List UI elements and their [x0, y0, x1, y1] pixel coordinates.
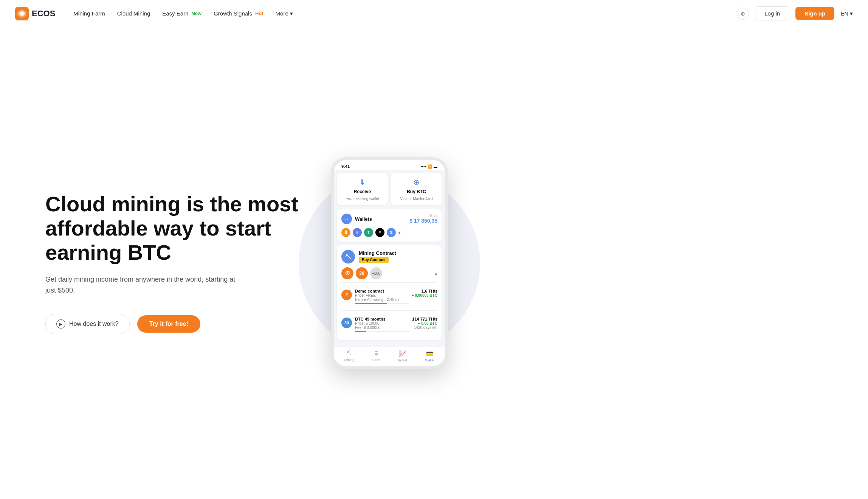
coin-eth: Ξ [353, 228, 362, 237]
hero-section: Cloud mining is the most affordable way … [0, 27, 868, 499]
receive-icon: ⬇ [359, 178, 366, 187]
mining-contract-title: Mining Contract [359, 250, 396, 256]
buy-btc-icon: ⊕ [413, 178, 420, 187]
nav-easy-earn[interactable]: Easy Earn New [162, 10, 202, 17]
wallets-section: ↔ Wallets Total $ 17 850,35 ₿ Ξ T ✕ $ [337, 209, 442, 242]
demo-contract-item: ⏱ Demo contract Price: FREE Before Activ… [341, 286, 437, 307]
demo-contract-ths: 1,6 TH/s [412, 289, 437, 293]
nav-growth-signals[interactable]: Growth Signals Hot [214, 10, 263, 17]
divider-2 [341, 310, 437, 311]
nav-right: ⊕ Log in Sign up EN ▾ [737, 6, 853, 20]
demo-contract-before: Before Activating: 2:45:57 [355, 298, 409, 302]
contract-count-30: 30 [356, 267, 368, 279]
coin-btc: ₿ [341, 228, 350, 237]
btc-contract-fee: Fee: $ 0.00000 [355, 325, 409, 330]
demo-contract-icon: ⏱ [341, 290, 352, 300]
coin-xrp: ✕ [375, 228, 384, 237]
coin-usdt: T [364, 228, 373, 237]
btc-contract-icon: 30 [341, 318, 352, 328]
how-it-works-button[interactable]: ▶ How does it work? [45, 314, 130, 334]
nav-links: Mining Farm Cloud Mining Easy Earn New G… [73, 10, 737, 17]
phone-bottom-nav: ⛏ Mining 🖥 Farm 📈 Invest 💳 Wallet [334, 347, 445, 366]
buy-contract-badge[interactable]: Buy Contract [359, 257, 389, 263]
contract-count-1: ⏱ [341, 267, 353, 279]
bottom-nav-farm[interactable]: 🖥 Farm [372, 350, 380, 362]
farm-nav-icon: 🖥 [373, 350, 379, 357]
login-button[interactable]: Log in [755, 6, 789, 20]
btc-contract-progress-fill [355, 331, 366, 332]
logo-text: ECOS [32, 9, 55, 19]
lang-chevron-icon: ▾ [850, 10, 853, 17]
phone-time: 9:41 [341, 164, 350, 169]
receive-title: Receive [354, 189, 371, 194]
mining-chevron-icon[interactable]: ▴ [435, 270, 437, 276]
mining-contract-header: ⛏ Mining Contract Buy Contract [341, 250, 437, 263]
coin-usd: $ [387, 228, 396, 237]
try-free-button[interactable]: Try it for free! [137, 315, 200, 333]
wallet-nav-icon: 💳 [426, 350, 434, 357]
wallets-chevron-icon[interactable]: ▾ [398, 229, 401, 236]
nav-more[interactable]: More ▾ [276, 10, 293, 17]
play-icon: ▶ [56, 319, 65, 329]
receive-subtitle: From existing wallet [346, 197, 379, 201]
logo-icon [15, 7, 29, 20]
demo-contract-right: 1,6 TH/s + 0.00003 BTC [412, 289, 437, 298]
badge-new: New [191, 11, 202, 16]
btc-contract-info: BTC 49 months Price: $ 10000 Fee: $ 0.00… [355, 317, 409, 332]
mining-nav-icon: ⛏ [346, 350, 352, 357]
bottom-nav-mining[interactable]: ⛏ Mining [344, 350, 355, 362]
download-icon[interactable]: ⊕ [737, 8, 749, 20]
demo-contract-name: Demo contract [355, 289, 409, 293]
btc-contract-earn: + 0.05 BTC [412, 321, 437, 325]
svg-point-3 [20, 12, 24, 15]
btc-contract-ths: 114 771 TH/s [412, 317, 437, 321]
divider-1 [341, 282, 437, 283]
btc-contract-item: 30 BTC 49 months Price: $ 10000 Fee: $ 0… [341, 314, 437, 335]
hero-title: Cloud mining is the most affordable way … [45, 192, 310, 265]
hero-right: 9:41 ▪▪▪▪ 🛜 ▬ ⬇ Receive From existing wa… [310, 157, 469, 369]
phone-status-bar: 9:41 ▪▪▪▪ 🛜 ▬ [334, 160, 445, 170]
phone-mockup: 9:41 ▪▪▪▪ 🛜 ▬ ⬇ Receive From existing wa… [331, 157, 448, 369]
buy-btc-subtitle: Visa or MasterCard [400, 197, 433, 201]
btc-contract-progress-wrap [355, 331, 409, 332]
language-selector[interactable]: EN ▾ [840, 10, 853, 17]
btc-contract-days: 1420 days left [412, 325, 437, 330]
wallet-amount: $ 17 850,35 [409, 218, 437, 224]
signup-button[interactable]: Sign up [795, 7, 834, 20]
demo-contract-progress-wrap [355, 303, 409, 304]
battery-icon: ▬ [434, 164, 437, 169]
wallet-header: ↔ Wallets Total $ 17 850,35 [341, 214, 437, 224]
wallet-coins: ₿ Ξ T ✕ $ ▾ [341, 228, 437, 237]
nav-cloud-mining[interactable]: Cloud Mining [117, 10, 150, 17]
hero-subtitle: Get daily mining income from anywhere in… [45, 274, 242, 296]
nav-mining-farm[interactable]: Mining Farm [73, 10, 105, 17]
contract-count-plus: +100 [370, 267, 382, 279]
hero-left: Cloud mining is the most affordable way … [45, 192, 310, 335]
buy-btc-title: Buy BTC [407, 189, 426, 194]
phone-status-icons: ▪▪▪▪ 🛜 ▬ [421, 164, 437, 169]
chevron-down-icon: ▾ [290, 10, 293, 17]
invest-nav-icon: 📈 [399, 350, 406, 357]
demo-contract-price: Price: FREE [355, 293, 409, 298]
bottom-nav-wallet[interactable]: 💳 Wallet [425, 350, 435, 362]
wallet-title: Wallets [355, 216, 372, 222]
btc-contract-name: BTC 49 months [355, 317, 409, 321]
buy-btc-button[interactable]: ⊕ Buy BTC Visa or MasterCard [391, 173, 442, 205]
timer-icon: ⏱ [345, 270, 350, 276]
wallet-icon: ↔ [341, 214, 352, 224]
bottom-nav-invest[interactable]: 📈 Invest [398, 350, 407, 362]
logo[interactable]: ECOS [15, 7, 55, 20]
demo-contract-info: Demo contract Price: FREE Before Activat… [355, 289, 409, 304]
receive-button[interactable]: ⬇ Receive From existing wallet [337, 173, 388, 205]
demo-contract-earn: + 0.00003 BTC [412, 293, 437, 298]
mining-icon: ⛏ [341, 250, 355, 263]
navbar: ECOS Mining Farm Cloud Mining Easy Earn … [0, 0, 868, 27]
phone-content: ⬇ Receive From existing wallet ⊕ Buy BTC… [334, 170, 445, 347]
phone-action-buttons: ⬇ Receive From existing wallet ⊕ Buy BTC… [337, 173, 442, 205]
mining-contract-section: ⛏ Mining Contract Buy Contract ⏱ 30 +100… [337, 245, 442, 340]
wifi-icon: 🛜 [428, 164, 432, 169]
btc-contract-right: 114 771 TH/s + 0.05 BTC 1420 days left [412, 317, 437, 330]
hero-actions: ▶ How does it work? Try it for free! [45, 314, 310, 334]
wallet-total-label: Total [409, 214, 437, 218]
badge-hot: Hot [255, 11, 264, 16]
